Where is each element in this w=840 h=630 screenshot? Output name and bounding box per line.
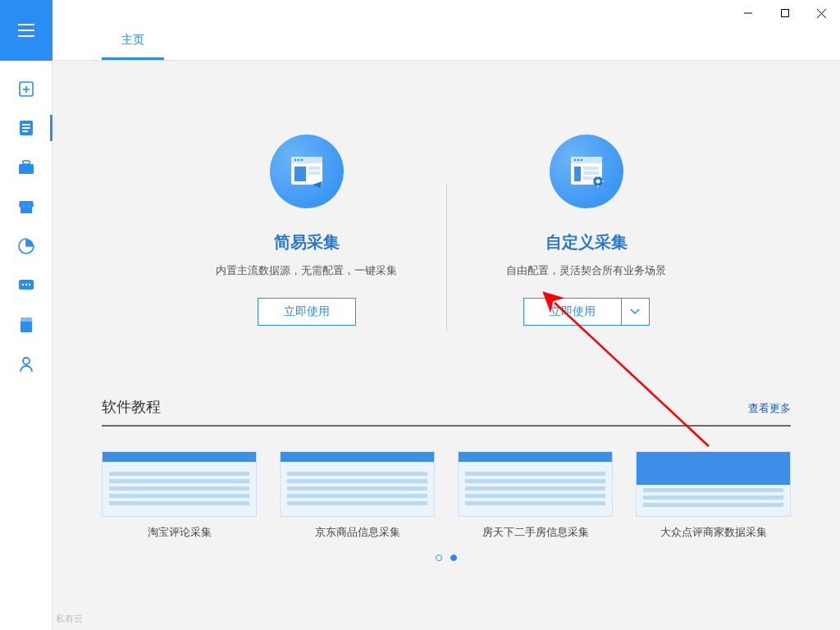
new-task-icon [19, 80, 34, 97]
close-button[interactable] [803, 0, 840, 26]
option-simple-desc: 内置主流数据源，无需配置，一键采集 [216, 263, 397, 278]
sidebar-item-new[interactable] [0, 69, 52, 108]
tutorial-name: 淘宝评论采集 [102, 525, 257, 540]
svg-rect-22 [21, 317, 32, 322]
tutorial-card[interactable]: 淘宝评论采集 [102, 451, 257, 540]
tutorial-name: 大众点评商家数据采集 [636, 525, 791, 540]
svg-point-19 [25, 284, 27, 285]
sidebar-item-docs[interactable] [0, 305, 52, 345]
option-simple: 简易采集 内置主流数据源，无需配置，一键采集 立即使用 [167, 135, 446, 331]
tutorial-card[interactable]: 房天下二手房信息采集 [458, 451, 613, 540]
book-icon [20, 317, 33, 333]
chat-icon [18, 279, 34, 292]
option-custom-dropdown[interactable] [622, 298, 650, 326]
custom-collect-icon [550, 135, 623, 208]
svg-rect-39 [583, 171, 599, 175]
svg-point-36 [580, 159, 582, 162]
option-simple-title: 简易采集 [274, 231, 340, 253]
svg-rect-31 [308, 171, 320, 175]
svg-point-28 [300, 159, 303, 162]
tutorial-thumb [102, 451, 257, 517]
option-custom-desc: 自由配置，灵活契合所有业务场景 [506, 263, 666, 278]
sidebar-item-stats[interactable] [0, 226, 52, 266]
svg-rect-30 [308, 167, 320, 170]
piechart-icon [18, 238, 34, 254]
svg-rect-13 [22, 130, 28, 132]
pager-dot[interactable] [436, 555, 442, 561]
tasks-icon [19, 120, 34, 136]
tutorial-thumb [280, 451, 435, 517]
tutorial-name: 京东商品信息采集 [280, 525, 435, 540]
svg-point-18 [22, 284, 24, 285]
tutorial-thumb [636, 451, 791, 517]
svg-point-42 [596, 180, 600, 184]
tutorials-section: 软件教程 查看更多 淘宝评论采集 京东商品信息采集 房天下二手房信息采集 [102, 397, 791, 561]
tutorials-title: 软件教程 [102, 397, 161, 417]
tutorials-pager [102, 555, 791, 561]
tutorial-card[interactable]: 大众点评商家数据采集 [636, 451, 791, 540]
tutorial-card[interactable]: 京东商品信息采集 [280, 451, 435, 540]
user-icon [19, 356, 34, 372]
collection-options: 简易采集 内置主流数据源，无需配置，一键采集 立即使用 [102, 135, 791, 331]
svg-rect-14 [19, 164, 34, 174]
menu-button[interactable] [0, 0, 52, 61]
option-custom-title: 自定义采集 [546, 231, 628, 253]
tab-home[interactable]: 主页 [102, 23, 164, 60]
content-area: 主页 简易采集 内置主流数据源，无需配置，一键采集 [52, 0, 840, 630]
tutorial-name: 房天下二手房信息采集 [458, 525, 613, 540]
tutorial-thumb [458, 451, 613, 517]
svg-rect-15 [23, 161, 30, 164]
window-controls [729, 0, 840, 26]
footer-cloud-label: 私有云 [52, 613, 83, 625]
pager-dot-active[interactable] [450, 555, 457, 561]
menu-icon [18, 24, 34, 37]
tab-bar: 主页 [52, 0, 840, 61]
minimize-button[interactable] [729, 0, 766, 26]
store-icon [18, 199, 34, 214]
svg-point-23 [23, 358, 30, 364]
sidebar [0, 0, 52, 630]
maximize-button[interactable] [766, 0, 803, 26]
briefcase-icon [18, 160, 34, 175]
sidebar-item-toolbox[interactable] [0, 148, 52, 187]
option-custom: 自定义采集 自由配置，灵活契合所有业务场景 立即使用 [447, 135, 726, 331]
simple-collect-icon [270, 135, 344, 208]
sidebar-item-tasks[interactable] [0, 108, 52, 148]
svg-rect-37 [574, 167, 581, 181]
svg-point-26 [294, 159, 296, 162]
sidebar-item-account[interactable] [0, 345, 52, 384]
sidebar-item-store[interactable] [0, 187, 52, 226]
svg-rect-29 [294, 167, 306, 181]
tutorials-more-link[interactable]: 查看更多 [748, 401, 791, 416]
svg-rect-12 [22, 127, 30, 129]
svg-rect-38 [583, 167, 599, 170]
option-simple-button[interactable]: 立即使用 [258, 298, 356, 326]
svg-point-27 [297, 159, 299, 162]
svg-point-20 [29, 284, 30, 285]
svg-point-35 [577, 159, 579, 162]
chevron-down-icon [630, 308, 640, 315]
sidebar-item-messages[interactable] [0, 266, 52, 305]
option-custom-button[interactable]: 立即使用 [523, 298, 622, 326]
svg-rect-40 [583, 176, 593, 180]
svg-rect-11 [22, 124, 30, 126]
svg-rect-1 [781, 10, 788, 17]
svg-point-34 [573, 159, 576, 162]
svg-rect-16 [21, 207, 32, 213]
main-panel: 简易采集 内置主流数据源，无需配置，一键采集 立即使用 [52, 61, 840, 630]
